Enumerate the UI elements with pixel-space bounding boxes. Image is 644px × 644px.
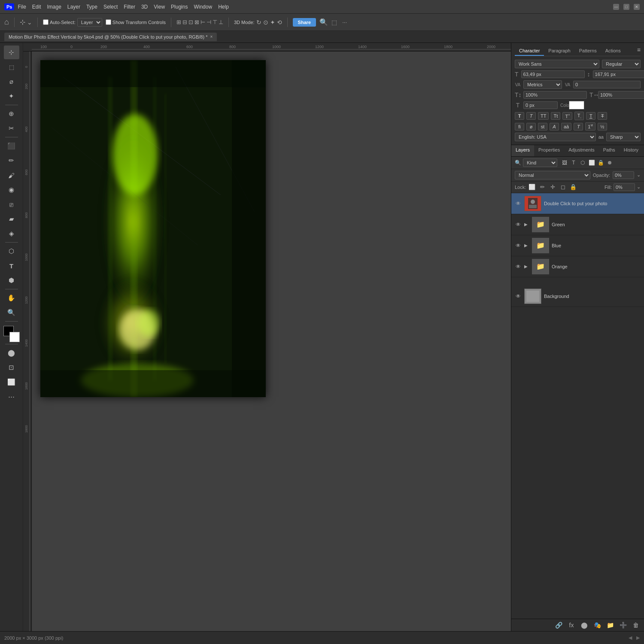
panel-tab-more-icon[interactable]: ≡ [637, 46, 641, 56]
menu-file[interactable]: File [18, 4, 26, 10]
background-color[interactable] [9, 332, 20, 342]
contextual-button[interactable]: aā [561, 123, 571, 131]
align-bottom-icon[interactable]: ⊤ [213, 19, 217, 25]
distribute-h-icon[interactable]: ⊥ [219, 19, 223, 25]
menu-3d[interactable]: 3D [141, 4, 148, 10]
menu-select[interactable]: Select [103, 4, 118, 10]
tab-character[interactable]: Character [515, 46, 544, 56]
layer-eye-photo[interactable]: 👁 [515, 200, 522, 207]
menu-plugins[interactable]: Plugins [171, 4, 188, 10]
layer-arrow-blue[interactable]: ▶ [524, 243, 529, 248]
magic-wand-button[interactable]: ✦ [4, 89, 19, 103]
layer-arrow-green[interactable]: ▶ [524, 222, 529, 227]
delete-layer-button[interactable]: 🗑 [631, 622, 641, 629]
layer-eye-orange[interactable]: 👁 [515, 264, 522, 270]
layer-item-green[interactable]: 👁 ▶ 📁 Green [511, 214, 644, 235]
fraction-button[interactable]: ½ [598, 123, 607, 131]
search-icon[interactable]: 🔍 [319, 18, 328, 26]
zoom-tool-button[interactable]: 🔍 [4, 306, 19, 319]
lasso-tool-button[interactable]: ⌀ [4, 75, 19, 88]
tab-properties[interactable]: Properties [534, 145, 564, 156]
crop-tool-button[interactable]: ⊕ [4, 107, 19, 121]
italic-button[interactable]: T [526, 112, 536, 120]
home-icon[interactable]: ⌂ [4, 18, 9, 27]
tab-adjustments[interactable]: Adjustments [564, 145, 599, 156]
link-layers-button[interactable]: 🔗 [554, 622, 563, 629]
titling-button[interactable]: A [550, 123, 559, 131]
menu-layer[interactable]: Layer [67, 4, 80, 10]
menu-view[interactable]: View [154, 4, 165, 10]
status-arrow-left[interactable]: ◀ [629, 635, 632, 641]
align-left-icon[interactable]: ⊞ [176, 19, 181, 25]
share-button[interactable]: Share [293, 18, 316, 27]
frame-button[interactable]: ⬜ [4, 375, 19, 389]
minimize-button[interactable]: — [613, 4, 619, 10]
leading-field[interactable] [593, 70, 644, 78]
hand-tool-button[interactable]: ✋ [4, 291, 19, 305]
healing-button[interactable]: ⬛ [4, 139, 19, 153]
3d-icon-1[interactable]: ↻ [256, 19, 261, 26]
menu-image[interactable]: Image [47, 4, 61, 10]
font-size-field[interactable] [521, 70, 585, 78]
menu-window[interactable]: Window [194, 4, 212, 10]
tab-paths[interactable]: Paths [599, 145, 620, 156]
tab-layers[interactable]: Layers [511, 145, 534, 156]
shape-tool-button[interactable]: ⬢ [4, 273, 19, 287]
move-tool-button[interactable]: ⊹ [4, 46, 19, 59]
status-arrow-right[interactable]: ▶ [636, 635, 640, 641]
eraser-button[interactable]: ⎚ [4, 197, 19, 211]
clone-button[interactable]: 🖌 [4, 168, 19, 182]
font-style-select[interactable]: Regular [602, 60, 641, 68]
history-brush-button[interactable]: ◉ [4, 183, 19, 197]
marquee-tool-button[interactable]: ⬚ [4, 60, 19, 74]
workspace-icon[interactable]: ⬚ [331, 19, 337, 26]
distribute-icon[interactable]: ⊠ [194, 19, 199, 25]
layer-eye-bg[interactable]: 👁 [515, 293, 522, 299]
lock-filter-icon[interactable]: 🔒 [597, 160, 605, 166]
blend-mode-select[interactable]: Normal [515, 171, 590, 179]
tab-history[interactable]: History [620, 145, 643, 156]
baseline-field[interactable] [523, 101, 558, 109]
pen-tool-button[interactable]: ⬡ [4, 244, 19, 258]
lock-pixels-icon[interactable]: ✏ [538, 184, 547, 190]
layer-select[interactable]: Layer [77, 18, 102, 27]
quick-mask-button[interactable]: ⬤ [4, 346, 19, 360]
lock-move-icon[interactable]: ✛ [548, 184, 557, 190]
artboard-button[interactable]: ⊡ [4, 361, 19, 374]
align-middle-icon[interactable]: ⊣ [207, 19, 211, 25]
subscript-button[interactable]: T- [574, 112, 584, 120]
layer-mask-button[interactable]: ⬤ [580, 622, 589, 629]
brush-button[interactable]: ✏ [4, 154, 19, 167]
anti-alias-select[interactable]: Sharp [606, 133, 641, 141]
ligature-button[interactable]: fi [515, 123, 524, 131]
3d-icon-2[interactable]: ⊙ [263, 19, 268, 26]
shape-filter-icon[interactable]: ⬡ [579, 160, 586, 166]
menu-filter[interactable]: Filter [124, 4, 135, 10]
tracking-field[interactable] [573, 81, 641, 88]
more-options-icon[interactable]: ··· [342, 19, 347, 25]
new-layer-button[interactable]: ➕ [618, 622, 628, 629]
3d-icon-4[interactable]: ⟲ [277, 19, 282, 26]
eyedropper-button[interactable]: ✂ [4, 122, 19, 135]
tab-patterns[interactable]: Patterns [575, 46, 601, 56]
gradient-button[interactable]: ▰ [4, 212, 19, 226]
smartobj-filter-icon[interactable]: ⬜ [588, 160, 595, 166]
group-layers-button[interactable]: 📁 [605, 622, 615, 629]
menu-edit[interactable]: Edit [32, 4, 41, 10]
superscript-button[interactable]: T+ [562, 112, 572, 120]
bold-button[interactable]: T [515, 112, 524, 120]
align-right-icon[interactable]: ⊡ [188, 19, 193, 25]
layer-arrow-orange[interactable]: ▶ [524, 264, 529, 269]
type-tool-button[interactable]: T [4, 259, 19, 273]
layer-item-background[interactable]: 👁 Background [511, 286, 644, 307]
document-canvas[interactable] [40, 60, 266, 397]
auto-select-checkbox[interactable] [43, 19, 49, 25]
adjustment-button[interactable]: 🎭 [592, 622, 602, 629]
allcaps-button[interactable]: TT [538, 112, 549, 120]
language-select[interactable]: English: USA [515, 133, 596, 141]
lock-transparent-icon[interactable]: ⬜ [528, 184, 536, 190]
layer-styles-button[interactable]: fx [567, 622, 576, 629]
tab-actions[interactable]: Actions [601, 46, 625, 56]
kind-filter-select[interactable]: Kind [523, 158, 557, 167]
pixel-filter-icon[interactable]: 🖼 [561, 160, 568, 166]
